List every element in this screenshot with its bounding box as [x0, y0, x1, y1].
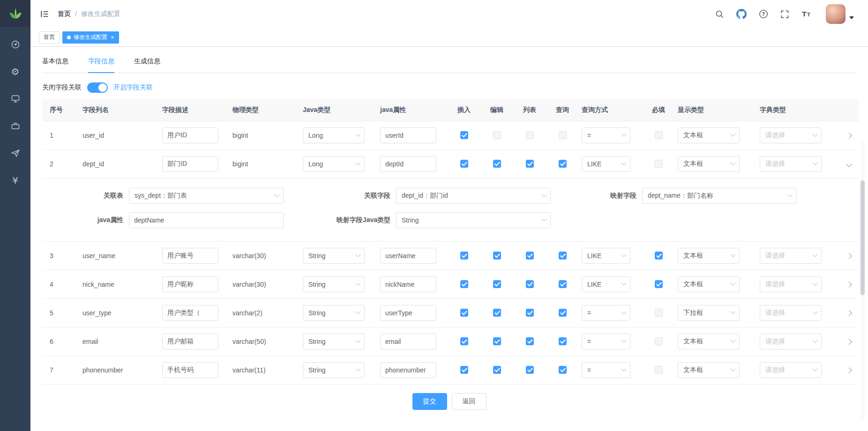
java-field-input[interactable]	[380, 362, 436, 378]
java-type-select[interactable]: String	[303, 305, 365, 321]
insert-checkbox[interactable]	[460, 280, 468, 288]
insert-checkbox[interactable]	[460, 160, 468, 168]
row-expand-icon[interactable]	[846, 310, 852, 316]
row-expand-icon[interactable]	[846, 367, 852, 373]
java-type-select[interactable]: String	[303, 362, 365, 378]
list-checkbox[interactable]	[526, 337, 534, 345]
table-scrollbar[interactable]	[861, 141, 865, 422]
java-type-select[interactable]: String	[303, 334, 365, 349]
user-menu[interactable]	[826, 4, 854, 24]
java-type-select[interactable]: String	[303, 248, 365, 264]
breadcrumb-home[interactable]: 首页	[58, 10, 71, 18]
html-type-select[interactable]: 文本框	[678, 127, 740, 143]
java-type-select[interactable]: Long	[303, 127, 365, 143]
desc-input[interactable]	[162, 127, 218, 143]
insert-checkbox[interactable]	[460, 309, 468, 317]
query-type-select[interactable]: LIKE	[582, 276, 630, 292]
edit-checkbox[interactable]	[493, 280, 501, 288]
sidebar-item-tool[interactable]	[0, 112, 30, 140]
list-checkbox[interactable]	[526, 131, 534, 139]
java-field-input[interactable]	[380, 248, 436, 264]
required-checkbox[interactable]	[655, 252, 663, 260]
sidebar-toggle-button[interactable]	[40, 9, 49, 19]
html-type-select[interactable]: 文本框	[678, 276, 740, 292]
query-checkbox[interactable]	[559, 252, 567, 260]
edit-checkbox[interactable]	[493, 131, 501, 139]
java-field-input[interactable]	[380, 127, 436, 143]
query-checkbox[interactable]	[559, 280, 567, 288]
relation-field-select[interactable]: dept_id：部门id	[396, 188, 551, 204]
desc-input[interactable]	[162, 276, 218, 292]
github-link[interactable]	[736, 9, 747, 19]
map-java-type-select[interactable]: String	[396, 212, 551, 228]
required-checkbox[interactable]	[655, 309, 663, 317]
sidebar-item-pay[interactable]: ¥	[0, 167, 30, 194]
html-type-select[interactable]: 文本框	[678, 362, 740, 378]
query-type-select[interactable]: =	[582, 362, 630, 378]
list-checkbox[interactable]	[526, 309, 534, 317]
desc-input[interactable]	[162, 334, 218, 349]
back-button[interactable]: 返回	[452, 393, 486, 410]
help-button[interactable]: ?	[759, 9, 768, 19]
relation-table-select[interactable]: sys_dept：部门表	[129, 188, 284, 204]
row-expand-icon[interactable]	[846, 282, 852, 288]
tab-field-info[interactable]: 字段信息	[88, 57, 114, 73]
sidebar-item-guide[interactable]	[0, 140, 30, 167]
dict-type-select[interactable]: 请选择	[760, 305, 822, 321]
query-type-select[interactable]: =	[582, 127, 630, 143]
row-expand-icon[interactable]	[846, 339, 852, 345]
app-logo[interactable]	[0, 0, 30, 27]
sidebar-item-monitor[interactable]	[0, 85, 30, 112]
required-checkbox[interactable]	[655, 160, 663, 168]
query-checkbox[interactable]	[559, 366, 567, 374]
search-button[interactable]	[715, 10, 724, 19]
insert-checkbox[interactable]	[460, 366, 468, 374]
list-checkbox[interactable]	[526, 366, 534, 374]
edit-checkbox[interactable]	[493, 309, 501, 317]
dict-type-select[interactable]: 请选择	[760, 276, 822, 292]
avatar[interactable]	[826, 4, 846, 24]
java-type-select[interactable]: String	[303, 276, 365, 292]
sidebar-item-system[interactable]: ⚙	[0, 58, 30, 85]
edit-checkbox[interactable]	[493, 252, 501, 260]
query-type-select[interactable]: =	[582, 305, 630, 321]
edit-checkbox[interactable]	[493, 366, 501, 374]
dict-type-select[interactable]: 请选择	[760, 248, 822, 264]
java-attr-input[interactable]	[129, 212, 284, 228]
java-field-input[interactable]	[380, 156, 436, 172]
edit-checkbox[interactable]	[493, 337, 501, 345]
list-checkbox[interactable]	[526, 252, 534, 260]
dict-type-select[interactable]: 请选择	[760, 362, 822, 378]
query-checkbox[interactable]	[559, 309, 567, 317]
tab-basic-info[interactable]: 基本信息	[42, 57, 68, 73]
edit-checkbox[interactable]	[493, 160, 501, 168]
query-type-select[interactable]: LIKE	[582, 156, 630, 172]
html-type-select[interactable]: 文本框	[678, 334, 740, 349]
tag-active-gen-config[interactable]: 修改生成配置 ×	[62, 31, 119, 44]
required-checkbox[interactable]	[655, 337, 663, 345]
sidebar-item-dashboard[interactable]	[0, 31, 30, 58]
desc-input[interactable]	[162, 248, 218, 264]
insert-checkbox[interactable]	[460, 337, 468, 345]
insert-checkbox[interactable]	[460, 131, 468, 139]
html-type-select[interactable]: 下拉框	[678, 305, 740, 321]
desc-input[interactable]	[162, 305, 218, 321]
row-expand-icon[interactable]	[846, 161, 852, 167]
query-checkbox[interactable]	[559, 160, 567, 168]
tag-home[interactable]: 首页	[39, 31, 60, 44]
submit-button[interactable]: 提交	[412, 393, 447, 410]
query-checkbox[interactable]	[559, 337, 567, 345]
required-checkbox[interactable]	[655, 131, 663, 139]
tab-gen-info[interactable]: 生成信息	[134, 57, 160, 73]
html-type-select[interactable]: 文本框	[678, 248, 740, 264]
row-expand-icon[interactable]	[846, 253, 852, 259]
dict-type-select[interactable]: 请选择	[760, 127, 822, 143]
list-checkbox[interactable]	[526, 280, 534, 288]
java-type-select[interactable]: Long	[303, 156, 365, 172]
tag-close-icon[interactable]: ×	[111, 34, 114, 40]
required-checkbox[interactable]	[655, 366, 663, 374]
java-field-input[interactable]	[380, 276, 436, 292]
java-field-input[interactable]	[380, 305, 436, 321]
map-field-select[interactable]: dept_name：部门名称	[642, 188, 797, 204]
query-type-select[interactable]: LIKE	[582, 248, 630, 264]
